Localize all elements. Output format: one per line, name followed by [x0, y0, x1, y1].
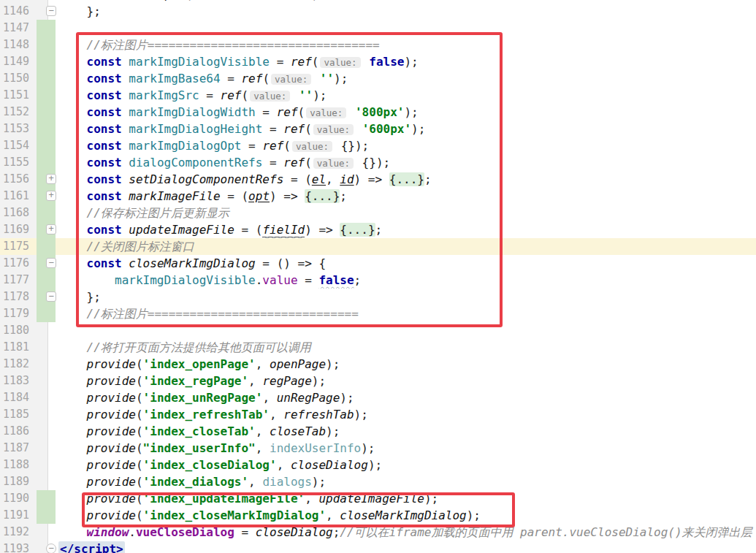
code-text[interactable]: provide('index_dialogs', dialogs); — [58, 473, 756, 490]
line-number: 1188 — [0, 457, 35, 473]
gutter-strip — [35, 121, 58, 137]
gutter-strip — [35, 423, 58, 440]
fold-collapse-icon[interactable]: − — [46, 258, 56, 268]
gutter-strip: + — [35, 171, 58, 188]
line-number: 1152 — [0, 104, 35, 121]
gutter-strip: + — [35, 221, 58, 238]
code-text[interactable]: provide('index_regPage', regPage); — [58, 373, 756, 389]
gutter-strip — [35, 305, 58, 322]
gutter-strip — [35, 473, 58, 490]
gutter-strip — [35, 490, 58, 507]
gutter-strip: − — [35, 255, 58, 272]
fold-collapse-icon[interactable]: − — [46, 6, 56, 16]
line-number: 1156 — [0, 171, 35, 188]
changed-lines-marker — [37, 104, 56, 121]
changed-lines-marker — [37, 137, 56, 154]
line-number: 1175 — [0, 238, 35, 255]
changed-lines-marker — [37, 305, 56, 322]
changed-lines-marker — [37, 70, 56, 87]
code-line: 1186 provide('index_closeTab', closeTab)… — [0, 423, 756, 440]
changed-lines-marker — [37, 87, 56, 104]
changed-lines-marker — [37, 507, 56, 524]
line-number: 1148 — [0, 37, 35, 53]
gutter-strip — [35, 37, 58, 53]
gutter-strip — [35, 104, 58, 121]
line-number: 1193 — [0, 541, 35, 553]
gutter-strip — [35, 406, 58, 423]
fold-expand-icon[interactable]: + — [46, 174, 56, 184]
gutter-strip — [35, 137, 58, 154]
changed-lines-marker — [37, 272, 56, 289]
code-line: 1185 provide('index_refreshTab', refresh… — [0, 406, 756, 423]
line-number: 1184 — [0, 389, 35, 406]
line-number: 1146 — [0, 3, 35, 20]
fold-expand-icon[interactable]: + — [46, 191, 56, 201]
changed-lines-marker — [37, 238, 56, 255]
code-text[interactable]: provide('index_refreshTab', refreshTab); — [58, 406, 756, 423]
code-line: 1187 provide("index_userInfo", indexUser… — [0, 440, 756, 457]
code-text[interactable]: provide('index_openPage', openPage); — [58, 356, 756, 373]
code-line: 1184 provide('index_unRegPage', unRegPag… — [0, 389, 756, 406]
code-line: 1193−</script> — [0, 541, 756, 553]
line-number: 1190 — [0, 490, 35, 507]
gutter-strip — [35, 373, 58, 389]
changed-lines-marker — [37, 490, 56, 507]
fold-collapse-icon[interactable]: − — [46, 291, 56, 302]
gutter-strip — [35, 524, 58, 541]
fold-collapse-icon[interactable]: − — [46, 544, 56, 553]
code-text[interactable]: provide('index_closeDialog', closeDialog… — [58, 457, 756, 473]
code-text[interactable]: </script> — [58, 541, 756, 553]
line-number: 1180 — [0, 322, 35, 339]
gutter-strip — [35, 339, 58, 356]
fold-expand-icon[interactable]: + — [46, 224, 56, 234]
line-number: 1151 — [0, 87, 35, 104]
gutter-strip — [35, 322, 58, 339]
line-number: 1168 — [0, 205, 35, 221]
line-number: 1189 — [0, 473, 35, 490]
gutter-strip — [35, 389, 58, 406]
line-number: 1181 — [0, 339, 35, 356]
line-number: 1187 — [0, 440, 35, 457]
line-number: 1147 — [0, 20, 35, 37]
annotation-box-mark-image-block — [76, 32, 503, 327]
gutter-strip — [35, 507, 58, 524]
code-line: 1182 provide('index_openPage', openPage)… — [0, 356, 756, 373]
code-editor: 1145 utils.open(visible, 100, 100);1146−… — [0, 0, 756, 553]
line-number: 1186 — [0, 423, 35, 440]
line-number: 1149 — [0, 53, 35, 70]
gutter-strip — [35, 205, 58, 221]
gutter-strip — [35, 154, 58, 171]
gutter-strip — [35, 356, 58, 373]
code-text[interactable]: provide('index_unRegPage', unRegPage); — [58, 389, 756, 406]
gutter-strip — [35, 87, 58, 104]
code-text[interactable]: //将打开页面方法提供给其他页面可以调用 — [58, 339, 756, 356]
changed-lines-marker — [37, 205, 56, 221]
gutter-strip: + — [35, 188, 58, 205]
gutter-strip — [35, 457, 58, 473]
gutter-strip — [35, 440, 58, 457]
gutter-strip: − — [35, 289, 58, 305]
code-line: 1183 provide('index_regPage', regPage); — [0, 373, 756, 389]
changed-lines-marker — [37, 53, 56, 70]
line-number: 1179 — [0, 305, 35, 322]
line-number: 1169 — [0, 221, 35, 238]
gutter-strip: − — [35, 3, 58, 20]
line-number: 1191 — [0, 507, 35, 524]
gutter-strip — [35, 70, 58, 87]
line-number: 1150 — [0, 70, 35, 87]
code-line: 1188 provide('index_closeDialog', closeD… — [0, 457, 756, 473]
code-text[interactable]: provide("index_userInfo", indexUserInfo)… — [58, 440, 756, 457]
code-line: 1189 provide('index_dialogs', dialogs); — [0, 473, 756, 490]
annotation-box-provide-lines — [82, 492, 515, 527]
gutter-strip: − — [35, 541, 58, 553]
code-line: 1146− }; — [0, 3, 756, 20]
line-number: 1155 — [0, 154, 35, 171]
code-text[interactable]: provide('index_closeTab', closeTab); — [58, 423, 756, 440]
gutter-strip — [35, 53, 58, 70]
line-number: 1192 — [0, 524, 35, 541]
changed-lines-marker — [37, 37, 56, 53]
line-number: 1183 — [0, 373, 35, 389]
gutter-strip — [35, 272, 58, 289]
code-text[interactable]: }; — [58, 3, 756, 20]
changed-lines-marker — [37, 154, 56, 171]
